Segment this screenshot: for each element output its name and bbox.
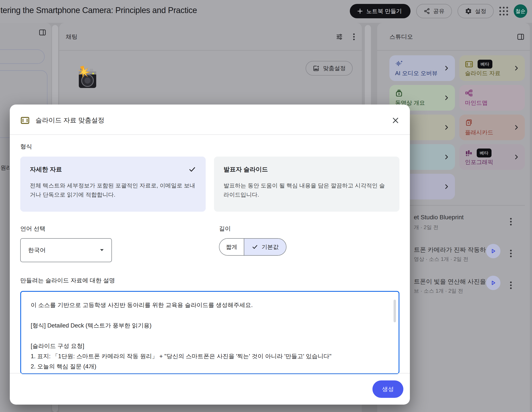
format-option-title: 발표자 슬라이드 [224, 165, 268, 173]
chat-title: 채팅 [66, 33, 77, 41]
length-section-label: 길이 [219, 225, 286, 233]
studio-card-label: 슬라이드 자료 [465, 69, 500, 77]
language-value: 한국어 [28, 246, 46, 254]
play-button[interactable] [486, 244, 500, 258]
collapse-panel-icon[interactable] [517, 33, 525, 41]
studio-item-meta: 개 · 2일 전 [414, 224, 438, 231]
beta-badge: 베타 [477, 149, 492, 157]
chevron-right-icon [443, 65, 450, 71]
chevron-right-icon [513, 65, 520, 71]
mindmap-icon [465, 89, 519, 97]
studio-card-mindmap[interactable]: 마인드맵 [459, 85, 525, 111]
description-textarea[interactable]: 이 소스를 기반으로 고등학생 사진반 동아리를 위한 교육용 슬라이드를 생성… [20, 291, 399, 374]
studio-item-title: et Studio Blueprint [414, 214, 464, 221]
chevron-right-icon [443, 95, 450, 101]
length-option-short[interactable]: 짧게 [219, 239, 244, 255]
create-notebook-label: 노트북 만들기 [366, 7, 402, 15]
studio-card-slides[interactable]: 베타 슬라이드 자료 [459, 55, 525, 81]
format-option-desc: 전체 텍스트와 세부정보가 포함된 포괄적인 자료로, 이메일로 보내거나 단독… [30, 181, 196, 199]
gear-icon [465, 8, 472, 15]
description-label: 만들려는 슬라이드 자료에 대한 설명 [20, 277, 399, 284]
create-notebook-button[interactable]: 노트북 만들기 [350, 4, 410, 18]
length-option-label: 기본값 [262, 243, 279, 251]
chevron-right-icon [513, 124, 520, 131]
studio-title: 스튜디오 [390, 33, 413, 41]
settings-label: 설정 [475, 7, 486, 15]
language-section-label: 언어 선택 [20, 225, 219, 233]
textarea-scrollbar[interactable] [394, 300, 396, 322]
source-search-outline[interactable] [0, 49, 45, 64]
flashcards-icon [465, 119, 519, 126]
generate-button[interactable]: 생성 [372, 380, 403, 398]
more-menu-icon[interactable] [353, 33, 355, 41]
slides-icon [20, 116, 30, 125]
avatar[interactable]: 철순 [514, 4, 527, 18]
language-select[interactable]: 한국어 [20, 238, 112, 262]
studio-item-meta: 영상 · 소스 1개 · 2일 전 [414, 256, 468, 263]
studio-item-meta: 브 · 소스 1개 · 2일 전 [414, 287, 463, 294]
app-header: tering the Smartphone Camera: Principles… [0, 0, 532, 23]
infographic-icon [465, 149, 472, 157]
play-button[interactable] [486, 276, 500, 290]
studio-card-label: 마인드맵 [465, 99, 488, 107]
plus-icon [357, 8, 363, 14]
studio-card-label: 인포그래픽 [465, 158, 493, 166]
chevron-right-icon [513, 154, 520, 160]
check-icon [188, 165, 196, 173]
description-value: 이 소스를 기반으로 고등학생 사진반 동아리를 위한 교육용 슬라이드를 생성… [31, 300, 386, 372]
dialog-title: 슬라이드 자료 맞춤설정 [36, 116, 104, 125]
chat-customize-label: 맞춤설정 [323, 65, 346, 72]
studio-card-infographic[interactable]: 베타 인포그래픽 [459, 144, 525, 170]
format-option-presenter[interactable]: 발표자 슬라이드 발표하는 동안 도움이 될 핵심 내용을 담은 깔끔하고 시각… [214, 157, 399, 212]
share-button[interactable]: 공유 [416, 4, 452, 18]
dialog-footer: 생성 [10, 373, 410, 405]
caret-down-icon [100, 249, 104, 252]
format-option-detailed[interactable]: 자세한 자료 전체 텍스트와 세부정보가 포함된 포괄적인 자료로, 이메일로 … [20, 157, 206, 212]
length-segmented-control: 짧게 기본값 [219, 238, 286, 256]
slides-icon [465, 60, 473, 68]
waveform-sparkle-icon [395, 60, 449, 67]
share-label: 공유 [433, 7, 445, 15]
chat-customize-button[interactable]: 맞춤설정 [306, 61, 353, 76]
more-menu-icon[interactable] [510, 281, 512, 290]
format-option-title: 자세한 자료 [30, 165, 62, 173]
chevron-right-icon [443, 183, 450, 190]
notebook-title: tering the Smartphone Camera: Principles… [0, 6, 197, 15]
tune-icon[interactable] [336, 33, 343, 40]
check-icon [252, 244, 258, 250]
video-overview-icon [395, 89, 449, 97]
share-icon [424, 8, 430, 14]
more-menu-icon[interactable] [510, 249, 512, 258]
collapse-panel-icon[interactable] [38, 29, 46, 36]
studio-card-label: 플래시카드 [465, 129, 493, 136]
settings-button[interactable]: 설정 [457, 4, 494, 18]
studio-card-flashcards[interactable]: 플래시카드 [459, 115, 525, 140]
apps-grid-icon[interactable] [499, 7, 508, 15]
studio-card-audio-overview[interactable]: AI 오디오 오버뷰 [390, 55, 455, 81]
camera-flash-emoji [77, 65, 98, 91]
studio-card-label: AI 오디오 오버뷰 [395, 69, 437, 77]
format-option-desc: 발표하는 동안 도움이 될 핵심 내용을 담은 깔끔하고 시각적인 슬라이드입니… [224, 181, 390, 199]
image-sparkle-icon [313, 65, 320, 72]
chevron-right-icon [443, 154, 450, 160]
format-section-label: 형식 [20, 143, 399, 151]
length-option-default[interactable]: 기본값 [244, 239, 286, 255]
more-menu-icon[interactable] [510, 217, 512, 226]
beta-badge: 베타 [478, 60, 492, 69]
close-icon[interactable] [392, 116, 399, 124]
chevron-right-icon [443, 124, 450, 131]
slides-customize-dialog: 슬라이드 자료 맞춤설정 형식 자세한 자료 전체 텍스트와 세부정보가 포함된… [10, 105, 410, 405]
